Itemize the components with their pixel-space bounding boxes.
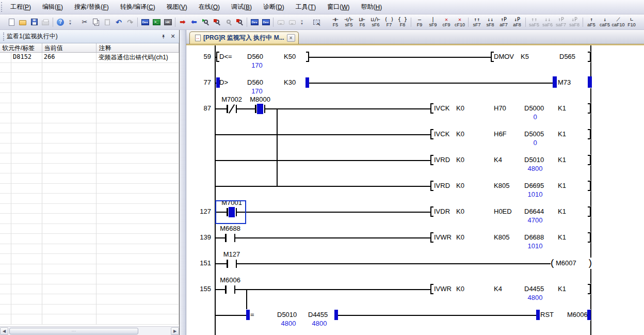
device-cell[interactable] <box>11 83 42 93</box>
device-cell[interactable] <box>11 274 42 284</box>
table-row[interactable] <box>0 214 179 224</box>
copy-icon[interactable] <box>90 17 102 28</box>
write-to-plc-icon[interactable]: ➡ <box>177 17 188 28</box>
value-cell[interactable] <box>42 103 97 114</box>
instruction-block[interactable]: =D5010D4455 <box>246 309 338 321</box>
ladder-symbol-button-sF5[interactable]: ⊣/⊢sF5 <box>342 15 356 29</box>
value-cell[interactable] <box>42 164 97 174</box>
contact-m8000[interactable] <box>255 104 265 114</box>
panel-splitter[interactable] <box>180 30 186 335</box>
device-cell[interactable] <box>11 305 42 315</box>
menu-item-v[interactable]: 视图(V) <box>161 0 193 14</box>
ladder-symbol-button-caF10[interactable]: ⟋caF10 <box>611 15 625 29</box>
row-margin-cell[interactable] <box>0 164 11 174</box>
row-margin-cell[interactable] <box>0 63 11 73</box>
table-row[interactable]: D8152266变频器通信出错代码(ch1) <box>0 53 179 63</box>
entry-monitor-icon[interactable]: HK <box>162 17 173 28</box>
instruction-block[interactable]: IVDRK0H0EDD6644K1 <box>430 206 591 217</box>
value-cell[interactable] <box>42 194 97 204</box>
toolbar-overflow-chevron[interactable]: »▾ <box>299 16 305 28</box>
row-margin-cell[interactable] <box>0 234 11 244</box>
value-cell[interactable] <box>42 244 97 254</box>
ladder-symbol-button-cF9[interactable]: ✕cF9 <box>440 15 453 29</box>
comment-cell[interactable] <box>96 83 179 93</box>
save-icon[interactable] <box>28 17 40 28</box>
table-row[interactable] <box>0 143 179 154</box>
value-cell[interactable] <box>42 214 97 224</box>
row-margin-cell[interactable] <box>0 224 11 234</box>
undo-icon[interactable]: ↶ <box>113 17 124 28</box>
row-margin-cell[interactable] <box>0 123 11 134</box>
row-margin-cell[interactable] <box>0 294 11 305</box>
value-cell[interactable] <box>42 274 97 284</box>
comment-cell[interactable] <box>96 103 179 114</box>
table-row[interactable] <box>0 224 179 234</box>
row-margin-cell[interactable] <box>0 153 11 164</box>
comment-cell[interactable] <box>96 173 179 184</box>
comment-cell[interactable] <box>96 73 179 83</box>
device-cell[interactable] <box>11 214 42 224</box>
watch-grip-handle[interactable] <box>3 33 6 41</box>
device-display-icon[interactable]: Dev <box>139 17 151 28</box>
table-row[interactable] <box>0 133 179 143</box>
coil-m6007[interactable]: (M6007) <box>551 258 592 269</box>
comment-cell[interactable] <box>96 113 179 123</box>
instruction-block[interactable]: D>D560K30 <box>216 77 309 88</box>
device-cell[interactable] <box>11 73 42 83</box>
value-cell[interactable] <box>42 284 97 295</box>
table-row[interactable] <box>0 73 179 83</box>
comment-cell[interactable] <box>96 153 179 164</box>
watch-column-header[interactable]: 当前值 <box>42 43 97 52</box>
comment-cell[interactable] <box>96 93 179 103</box>
menu-item-f[interactable]: 搜索/替换(F) <box>69 0 115 14</box>
instruction-block[interactable]: DMOVK5D565 <box>491 51 591 62</box>
table-row[interactable] <box>0 153 179 164</box>
table-row[interactable] <box>0 294 179 305</box>
device-cell[interactable] <box>11 244 42 254</box>
value-cell[interactable] <box>42 294 97 305</box>
device-cell[interactable] <box>11 254 42 264</box>
table-row[interactable] <box>0 103 179 114</box>
pin-icon[interactable]: 🖈 <box>159 33 168 40</box>
row-margin-cell[interactable] <box>0 83 11 93</box>
device-cell[interactable] <box>11 164 42 174</box>
value-cell[interactable] <box>42 224 97 234</box>
row-margin-cell[interactable] <box>0 93 11 103</box>
ladder-symbol-button-F9[interactable]: —F9 <box>413 15 426 29</box>
toolbar-overflow-chevron[interactable]: »▾ <box>67 16 73 28</box>
value-cell[interactable] <box>42 254 97 264</box>
contact-m6688[interactable] <box>225 233 235 243</box>
instruction-block[interactable]: IVWRK0K4D4455K1 <box>430 283 591 295</box>
comment-cell[interactable] <box>96 284 179 295</box>
ladder-symbol-button-cF10[interactable]: ✕cF10 <box>453 15 466 29</box>
comment-cell[interactable] <box>96 294 179 305</box>
menu-item-e[interactable]: 编辑(E) <box>37 0 69 14</box>
cut-icon[interactable]: ✂ <box>79 17 90 28</box>
device-cell[interactable] <box>11 264 42 275</box>
comment-cell[interactable]: 变频器通信出错代码(ch1) <box>96 53 179 63</box>
value-cell[interactable] <box>42 305 97 315</box>
menu-item-w[interactable]: 窗口(W) <box>321 0 355 14</box>
table-row[interactable] <box>0 184 179 194</box>
instruction-block[interactable]: RSTM6006 <box>536 309 591 321</box>
value-cell[interactable] <box>42 143 97 154</box>
selection-mode-icon[interactable] <box>311 17 322 28</box>
menu-item-h[interactable]: 帮助(H) <box>355 0 388 14</box>
row-margin-cell[interactable] <box>0 103 11 114</box>
ladder-symbol-button-sF7[interactable]: ↑↑sF7 <box>470 15 484 29</box>
comment-cell[interactable] <box>96 224 179 234</box>
row-margin-cell[interactable] <box>0 204 11 214</box>
ladder-symbol-button-F6[interactable]: ⊔⊢F6 <box>356 15 369 29</box>
comment-cell[interactable] <box>96 204 179 214</box>
device-batch-monitor-icon[interactable]: Dev <box>249 17 260 28</box>
tab-close-icon[interactable]: × <box>287 34 295 42</box>
table-row[interactable] <box>0 173 179 184</box>
comment-cell[interactable] <box>96 254 179 264</box>
row-margin-cell[interactable] <box>0 314 11 325</box>
ladder-symbol-button-aF5[interactable]: ↑aF5 <box>585 15 598 29</box>
instruction-block[interactable]: IVWRK0K805D6688K1 <box>430 232 591 243</box>
comment-cell[interactable] <box>96 143 179 154</box>
menu-item-c[interactable]: 转换/编译(C) <box>115 0 161 14</box>
device-cell[interactable] <box>11 63 42 73</box>
monitor-start-icon[interactable] <box>200 17 211 28</box>
